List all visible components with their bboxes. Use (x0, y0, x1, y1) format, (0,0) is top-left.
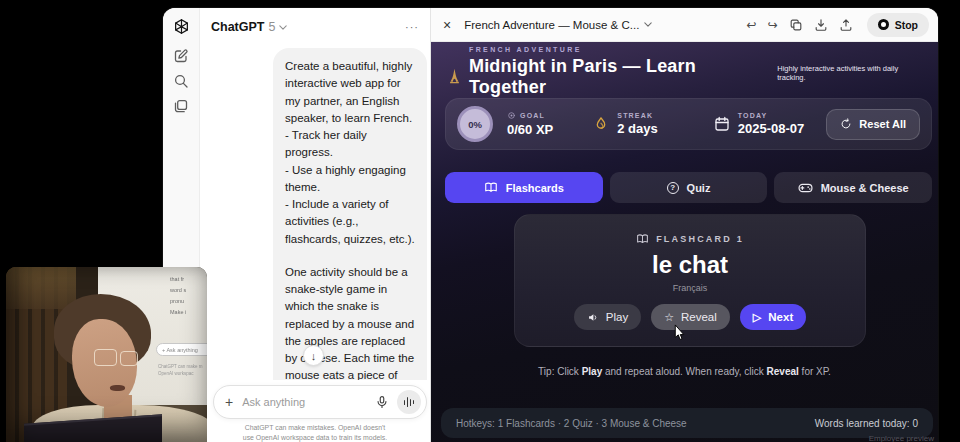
app-tagline: Highly interactive activities with daily… (777, 62, 928, 82)
flashcard-buttons: Play ☆ Reveal ▷ Next (515, 304, 865, 330)
today-stat: TODAY 2025-08-07 (714, 112, 805, 136)
tab-quiz[interactable]: ? Quiz (610, 172, 768, 203)
chevron-down-icon[interactable] (279, 25, 287, 30)
search-icon (173, 73, 189, 89)
down-arrow-icon: ↓ (311, 350, 317, 362)
reset-icon (840, 118, 852, 130)
reset-all-label: Reset All (859, 118, 906, 130)
waveform-icon (404, 400, 406, 405)
flashcard-eyebrow: FLASHCARD 1 (515, 234, 865, 244)
streak-stat: STREAK 2 days (593, 112, 657, 136)
employee-preview-label: Employee preview (869, 434, 934, 442)
book-icon (636, 234, 649, 244)
disclaimer-line: ChatGPT can make mistakes. OpenAI doesn'… (200, 423, 430, 433)
play-label: Play (606, 311, 628, 323)
stop-label: Stop (895, 19, 918, 31)
voice-mode-button[interactable] (397, 390, 421, 414)
streak-value: 2 days (617, 121, 657, 136)
hotkeys-text: Hotkeys: 1 Flashcards · 2 Quiz · 3 Mouse… (456, 418, 687, 429)
chat-header: ChatGPT 5 ··· (211, 16, 419, 38)
new-chat-button[interactable] (173, 48, 189, 64)
chat-input[interactable]: Ask anything (242, 396, 375, 408)
model-name: ChatGPT (211, 20, 264, 34)
flashcard: FLASHCARD 1 le chat Français Play (514, 214, 866, 347)
stop-button[interactable]: Stop (867, 13, 929, 37)
stop-icon (878, 19, 889, 30)
microphone-icon[interactable] (375, 395, 389, 409)
reveal-button[interactable]: ☆ Reveal (651, 304, 730, 330)
reveal-label: Reveal (681, 311, 717, 323)
flashcard-eyebrow-label: FLASHCARD 1 (656, 234, 744, 244)
library-icon (173, 98, 189, 114)
composer[interactable]: + Ask anything (213, 385, 427, 419)
conversation-menu-button[interactable]: ··· (405, 21, 419, 33)
user-message-paragraph: Create a beautiful, highly interactive w… (285, 58, 415, 248)
tab-mouse-cheese[interactable]: Mouse & Cheese (774, 172, 932, 203)
canvas-toolbar: ↩ ↪ (747, 13, 929, 37)
flashcard-word: le chat (515, 251, 865, 279)
close-icon[interactable]: × (443, 17, 451, 33)
play-button[interactable]: Play (574, 304, 641, 330)
goal-value: 0/60 XP (507, 122, 553, 137)
french-app: FRENCH ADVENTURE Midnight in Paris — Lea… (431, 42, 938, 442)
progress-circle: 0% (457, 106, 493, 142)
next-button[interactable]: ▷ Next (740, 304, 806, 330)
streak-label: STREAK (617, 112, 653, 119)
chevron-down-icon[interactable] (644, 22, 652, 27)
words-learned-counter: Words learned today: 0 (815, 418, 918, 429)
next-label: Next (768, 311, 793, 323)
flame-icon (593, 116, 609, 132)
canvas-title: French Adventure — Mouse & C... (464, 19, 639, 31)
quiz-icon: ? (667, 182, 679, 194)
calendar-icon (714, 116, 730, 132)
chat-panel: ChatGPT 5 ··· Create a beautiful, highly… (200, 8, 430, 442)
model-version: 5 (268, 20, 275, 34)
app-header: FRENCH ADVENTURE Midnight in Paris — Lea… (431, 42, 938, 100)
webcam-overlay: that fr word s pronu Make i + Ask anythi… (6, 267, 207, 442)
chatgpt-window: ChatGPT 5 ··· Create a beautiful, highly… (163, 8, 938, 442)
goal-label: GOAL (520, 112, 545, 119)
star-icon: ☆ (664, 312, 674, 323)
mouse-cursor (674, 324, 686, 341)
tab-flashcards[interactable]: Flashcards (445, 172, 603, 203)
canvas-titlebar: × French Adventure — Mouse & C... ↩ ↪ (431, 8, 938, 42)
screen: ChatGPT 5 ··· Create a beautiful, highly… (0, 0, 960, 442)
book-icon (484, 182, 498, 193)
activity-tabs: Flashcards ? Quiz Mouse & Cheese (445, 172, 932, 203)
chat-disclaimer: ChatGPT can make mistakes. OpenAI doesn'… (200, 423, 430, 442)
hotkeys-bar: Hotkeys: 1 Flashcards · 2 Quiz · 3 Mouse… (441, 408, 933, 438)
disclaimer-line: use OpenAI workspace data to train its m… (200, 433, 430, 442)
tab-label: Quiz (687, 182, 711, 194)
webcam-vignette (6, 267, 207, 442)
gamepad-icon (798, 182, 813, 193)
tip-text: Tip: Click Play and repeat aloud. When r… (431, 366, 938, 377)
canvas-panel: × French Adventure — Mouse & C... ↩ ↪ (430, 8, 938, 442)
flashcard-language: Français (515, 283, 865, 293)
today-label: TODAY (738, 112, 768, 119)
app-header-text: FRENCH ADVENTURE Midnight in Paris — Lea… (469, 46, 777, 98)
eiffel-tower-icon (449, 68, 460, 85)
attach-plus-icon[interactable]: + (225, 394, 233, 410)
undo-icon[interactable]: ↩ (747, 18, 757, 32)
compose-icon (173, 48, 189, 64)
redo-icon[interactable]: ↪ (768, 18, 778, 32)
stats-bar: 0% GOAL 0/60 XP (445, 98, 932, 150)
today-value: 2025-08-07 (738, 121, 805, 136)
play-triangle-icon: ▷ (753, 312, 761, 323)
speaker-icon (587, 312, 599, 323)
copy-icon[interactable] (789, 18, 803, 32)
scroll-to-bottom-button[interactable]: ↓ (303, 345, 324, 366)
app-eyebrow: FRENCH ADVENTURE (469, 46, 777, 53)
reset-all-button[interactable]: Reset All (826, 109, 920, 140)
search-button[interactable] (173, 73, 189, 89)
target-icon (507, 111, 516, 120)
library-button[interactable] (173, 98, 189, 114)
goal-stat: GOAL 0/60 XP (507, 111, 553, 137)
app-title: Midnight in Paris — Learn Together (469, 56, 777, 98)
download-icon[interactable] (814, 18, 828, 32)
tab-label: Mouse & Cheese (821, 182, 909, 194)
tab-label: Flashcards (506, 182, 564, 194)
share-icon[interactable] (839, 18, 853, 32)
openai-logo-icon (173, 18, 190, 35)
